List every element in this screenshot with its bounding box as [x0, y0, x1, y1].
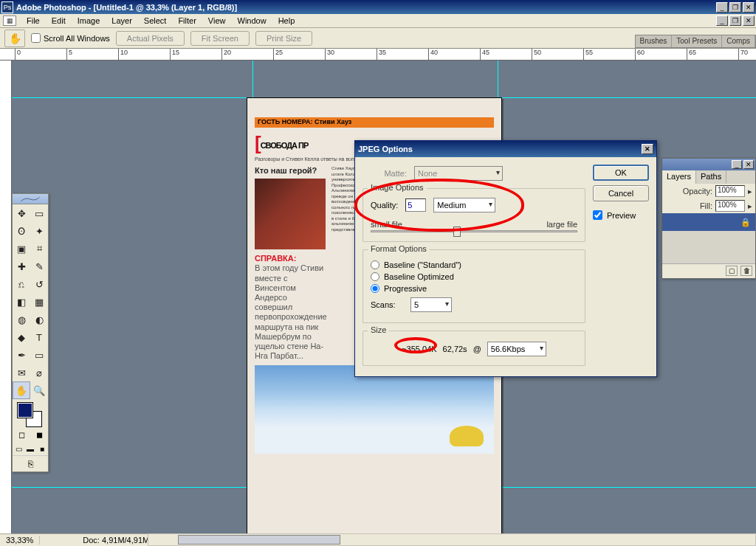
tool-gradient[interactable]: ▦ — [30, 293, 48, 311]
doc-size-status[interactable]: Doc: 4,91M/4,91M — [77, 536, 156, 545]
doc-banner: ГОСТЬ НОМЕРА: Стиви Хауз — [255, 117, 494, 128]
dialog-titlebar[interactable]: JPEG Options ✕ — [355, 141, 656, 157]
menu-help[interactable]: Help — [272, 15, 301, 27]
tool-blur[interactable]: ◍ — [13, 311, 30, 328]
jpeg-options-dialog: JPEG Options ✕ Matte: None Image Options… — [354, 140, 657, 377]
color-swatches[interactable] — [13, 399, 48, 427]
dialog-close-button[interactable]: ✕ — [642, 144, 653, 154]
doc-left-column: Кто наш герой? СПРАВКА: В этом году Стив… — [255, 166, 326, 361]
tool-type[interactable]: T — [30, 328, 48, 346]
tool-eyedropper[interactable]: ⌀ — [30, 364, 48, 381]
tool-wand[interactable]: ✦ — [30, 222, 48, 240]
toolbox-header[interactable] — [13, 194, 48, 204]
panel-close-button[interactable]: ✕ — [743, 160, 754, 169]
zoom-status[interactable]: 33,33% — [0, 536, 40, 545]
tab-tool-presets[interactable]: Tool Presets — [672, 35, 722, 47]
matte-select[interactable]: None — [414, 166, 503, 181]
baseline-standard-radio[interactable]: Baseline ("Standard") — [371, 260, 577, 269]
fill-field[interactable]: 100% — [715, 200, 745, 212]
scroll-all-label: Scroll All Windows — [44, 34, 110, 43]
quality-preset-select[interactable]: Medium — [433, 198, 495, 212]
scroll-all-checkbox[interactable]: Scroll All Windows — [31, 33, 110, 43]
delete-layer-button[interactable]: 🗑 — [740, 266, 752, 276]
jump-to-button[interactable]: ⎘ — [13, 455, 48, 471]
bitrate-select[interactable]: 56.6Kbps — [487, 342, 546, 356]
tool-history-brush[interactable]: ↺ — [30, 275, 48, 293]
tool-shape[interactable]: ▭ — [30, 346, 48, 364]
tool-hand[interactable]: ✋ — [13, 381, 30, 399]
actual-pixels-button[interactable]: Actual Pixels — [116, 31, 185, 46]
quality-slider[interactable] — [371, 230, 577, 232]
quality-input[interactable] — [405, 198, 426, 212]
ruler-vertical — [0, 61, 12, 533]
tool-notes[interactable]: ✉ — [13, 364, 30, 381]
opacity-field[interactable]: 100% — [715, 185, 745, 197]
doc-close-button[interactable]: ✕ — [743, 15, 755, 26]
menu-edit[interactable]: Edit — [46, 15, 72, 27]
dialog-title: JPEG Options — [358, 145, 642, 153]
print-size-button[interactable]: Print Size — [255, 31, 312, 46]
current-tool-icon[interactable]: ✋ — [4, 30, 25, 47]
preview-input[interactable] — [593, 210, 602, 220]
scroll-all-input[interactable] — [31, 33, 41, 43]
new-layer-button[interactable]: ▢ — [726, 266, 738, 276]
baseline-optimized-radio[interactable]: Baseline Optimized — [371, 272, 577, 281]
ok-button[interactable]: OK — [593, 165, 649, 181]
tool-move[interactable]: ✥ — [13, 204, 30, 222]
horizontal-scrollbar[interactable] — [148, 533, 756, 546]
scrollbar-thumb[interactable] — [178, 535, 340, 545]
fit-screen-button[interactable]: Fit Screen — [190, 31, 250, 46]
tab-comps[interactable]: Comps — [722, 35, 755, 47]
menu-window[interactable]: Window — [232, 15, 272, 27]
menu-filter[interactable]: Filter — [172, 15, 202, 27]
tab-layers[interactable]: Layers — [662, 170, 696, 184]
tool-zoom[interactable]: 🔍 — [30, 381, 48, 399]
menu-file[interactable]: File — [21, 15, 46, 27]
tool-healing[interactable]: ✚ — [13, 258, 30, 275]
menu-view[interactable]: View — [202, 15, 232, 27]
scans-select[interactable]: 5 — [410, 297, 452, 312]
matte-label: Matte: — [362, 169, 407, 178]
tool-dodge[interactable]: ◐ — [30, 311, 48, 328]
tool-marquee[interactable]: ▭ — [30, 204, 48, 222]
size-legend: Size — [368, 325, 389, 334]
document-icon: ▦ — [3, 15, 16, 26]
quickmask-mode-button[interactable]: ◼ — [30, 427, 48, 442]
progressive-radio[interactable]: Progressive — [371, 284, 577, 293]
app-title: Adobe Photoshop - [Untitled-1 @ 33,3% (L… — [16, 3, 716, 12]
panel-minimize-button[interactable]: _ — [732, 160, 742, 169]
menu-image[interactable]: Image — [72, 15, 106, 27]
tool-crop[interactable]: ▣ — [13, 240, 30, 258]
foreground-color-swatch[interactable] — [17, 402, 33, 418]
tab-brushes[interactable]: Brushes — [636, 35, 673, 47]
minimize-button[interactable]: _ — [716, 2, 728, 13]
screen-mode-1[interactable]: ▭ — [13, 442, 24, 455]
tab-paths[interactable]: Paths — [696, 170, 726, 184]
palette-well: Brushes Tool Presets Comps — [635, 35, 756, 48]
tool-stamp[interactable]: ⎌ — [13, 275, 30, 293]
cancel-button[interactable]: Cancel — [593, 185, 649, 201]
tool-brush[interactable]: ✎ — [30, 258, 48, 275]
image-options-legend: Image Options — [368, 183, 427, 192]
doc-restore-button[interactable]: ❐ — [729, 15, 741, 26]
screen-mode-2[interactable]: ▬ — [24, 442, 36, 455]
menu-select[interactable]: Select — [138, 15, 173, 27]
standard-mode-button[interactable]: ◻ — [13, 427, 30, 442]
layer-row[interactable]: 🔒 — [662, 213, 755, 231]
tool-eraser[interactable]: ◧ — [13, 293, 30, 311]
tool-pen[interactable]: ✒ — [13, 346, 30, 364]
doc-minimize-button[interactable]: _ — [716, 15, 728, 26]
screen-mode-3[interactable]: ■ — [36, 442, 48, 455]
maximize-button[interactable]: ❐ — [729, 2, 741, 13]
layers-panel: _ ✕ Layers Paths Opacity: 100%▸ Fill: 10… — [662, 158, 756, 279]
app-titlebar: Ps Adobe Photoshop - [Untitled-1 @ 33,3%… — [0, 0, 756, 14]
tool-lasso[interactable]: ʘ — [13, 222, 30, 240]
tool-path-sel[interactable]: ◆ — [13, 328, 30, 346]
tool-slice[interactable]: ⌗ — [30, 240, 48, 258]
close-button[interactable]: ✕ — [743, 2, 755, 13]
quality-slider-thumb[interactable] — [453, 227, 461, 237]
doc-portrait-image — [255, 179, 326, 249]
preview-checkbox[interactable]: Preview — [593, 210, 649, 220]
menu-layer[interactable]: Layer — [106, 15, 138, 27]
large-file-label: large file — [546, 220, 577, 229]
